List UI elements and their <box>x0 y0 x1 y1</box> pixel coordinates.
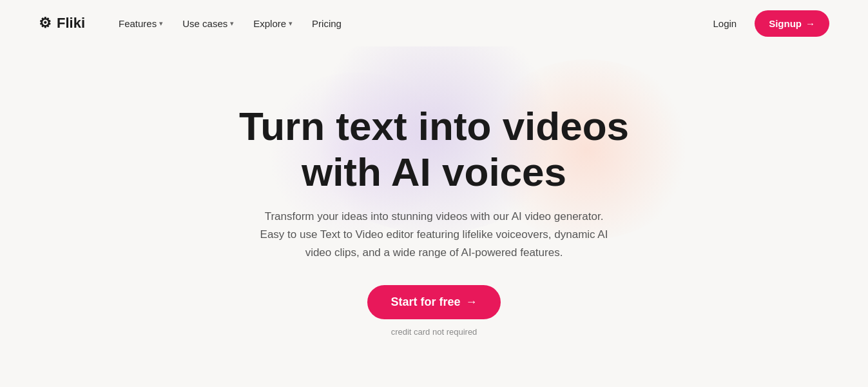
chevron-down-icon: ▾ <box>230 19 234 28</box>
nav-features[interactable]: Features ▾ <box>111 13 171 34</box>
nav-use-cases[interactable]: Use cases ▾ <box>175 13 242 34</box>
logo-link[interactable]: ⚙ Fliki <box>39 15 85 32</box>
arrow-icon: → <box>466 295 477 309</box>
hero-section: Turn text into videos with AI voices Tra… <box>0 46 868 387</box>
arrow-icon: → <box>805 18 815 29</box>
nav-right: Login Signup → <box>705 10 829 37</box>
navbar: ⚙ Fliki Features ▾ Use cases ▾ Explore ▾… <box>0 0 868 46</box>
credit-note: credit card not required <box>391 327 477 337</box>
signup-button[interactable]: Signup → <box>755 10 829 37</box>
hero-subtitle: Transform your ideas into stunning video… <box>254 208 615 262</box>
chevron-down-icon: ▾ <box>159 19 163 28</box>
nav-links: Features ▾ Use cases ▾ Explore ▾ Pricing <box>111 13 705 34</box>
chevron-down-icon: ▾ <box>289 19 293 28</box>
login-button[interactable]: Login <box>705 13 744 34</box>
nav-explore[interactable]: Explore ▾ <box>246 13 300 34</box>
start-free-button[interactable]: Start for free → <box>367 285 500 319</box>
hero-title: Turn text into videos with AI voices <box>239 103 629 195</box>
nav-pricing[interactable]: Pricing <box>304 13 349 34</box>
logo-text: Fliki <box>57 15 85 32</box>
logo-icon: ⚙ <box>39 15 52 32</box>
